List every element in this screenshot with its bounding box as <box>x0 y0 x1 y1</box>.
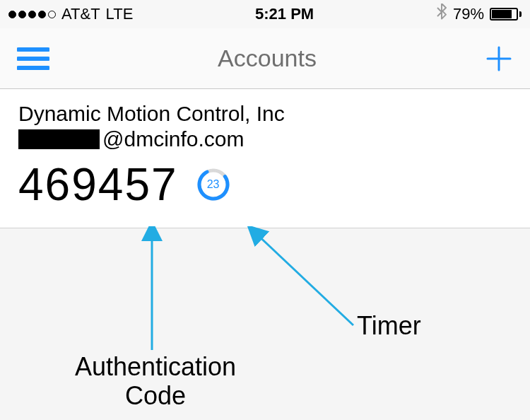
carrier-label: AT&T <box>61 5 100 23</box>
status-time: 5:21 PM <box>255 5 314 23</box>
nav-bar: Accounts <box>0 28 530 89</box>
bluetooth-icon <box>436 4 447 25</box>
annotation-auth-code: Authentication Code <box>49 352 261 411</box>
add-icon[interactable] <box>485 45 513 73</box>
svg-line-8 <box>254 232 353 325</box>
account-name: Dynamic Motion Control, Inc <box>18 102 512 126</box>
timer-icon: 23 <box>196 168 230 202</box>
auth-code: 469457 <box>18 158 178 211</box>
redacted-text <box>18 129 100 149</box>
annotation-timer: Timer <box>357 311 421 340</box>
email-domain: @dmcinfo.com <box>102 127 245 151</box>
network-type: LTE <box>106 5 134 23</box>
status-left: AT&T LTE <box>8 5 133 23</box>
battery-percent: 79% <box>453 5 484 23</box>
status-right: 79% <box>436 4 522 25</box>
account-email: @dmcinfo.com <box>18 127 512 151</box>
timer-seconds: 23 <box>207 178 220 191</box>
arrow-auth-code <box>138 226 166 354</box>
arrow-timer <box>244 226 371 332</box>
signal-icon <box>8 11 56 18</box>
menu-icon[interactable] <box>17 46 49 71</box>
status-bar: AT&T LTE 5:21 PM 79% <box>0 0 530 28</box>
page-title: Accounts <box>218 45 317 72</box>
account-row[interactable]: Dynamic Motion Control, Inc @dmcinfo.com… <box>0 89 530 228</box>
battery-icon <box>490 8 522 21</box>
